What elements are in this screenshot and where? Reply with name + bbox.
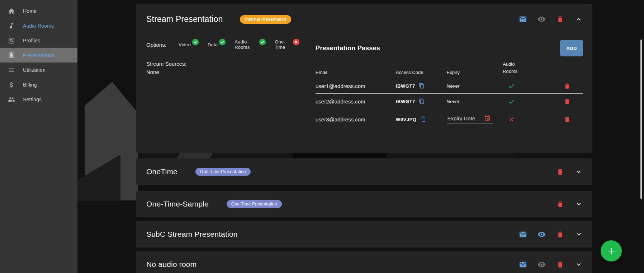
expiry-date-field bbox=[447, 115, 493, 124]
internal-presentation-badge: Internal Presentation bbox=[240, 15, 291, 24]
sidebar-item-label: Profiles bbox=[23, 38, 40, 43]
trash-icon[interactable] bbox=[556, 200, 564, 208]
music-note-icon bbox=[8, 22, 15, 29]
chevron-down-icon[interactable] bbox=[574, 260, 583, 269]
app-window: Home Audio Rooms Profiles Presen bbox=[0, 0, 644, 273]
row-actions bbox=[556, 200, 583, 208]
col-header-email: Email bbox=[316, 70, 396, 75]
main-content: Stream Presentation Internal Presentatio… bbox=[77, 0, 644, 273]
options-row: Options: Video Data bbox=[146, 39, 308, 50]
sidebar-item-utilization[interactable]: Utilization bbox=[0, 63, 77, 77]
trash-icon[interactable] bbox=[556, 15, 564, 24]
pass-expiry: Never bbox=[447, 83, 503, 89]
stream-sources-value: None bbox=[146, 68, 308, 77]
trash-icon[interactable] bbox=[563, 115, 572, 124]
table-row: user1@address.com IBWGT7 Never bbox=[316, 78, 583, 94]
one-time-presentation-badge: One-Time Presentation bbox=[195, 168, 251, 176]
background-graphic bbox=[177, 153, 213, 158]
x-icon bbox=[508, 116, 515, 122]
sidebar-item-label: Settings bbox=[23, 97, 42, 102]
sidebar-item-label: Audio Rooms bbox=[23, 23, 54, 29]
eye-icon[interactable] bbox=[537, 230, 546, 239]
pass-email: user3@address.com bbox=[316, 116, 396, 122]
mail-icon[interactable] bbox=[518, 230, 527, 239]
card-actions bbox=[518, 15, 583, 24]
presentation-row-onetime: OneTime One-Time Presentation bbox=[136, 158, 592, 185]
pass-access-code: IBWGT7 bbox=[396, 83, 415, 89]
passes-table: Email Access Code Expiry Audio Rooms use… bbox=[316, 61, 583, 129]
profile-search-icon bbox=[8, 37, 15, 44]
card-header: Stream Presentation Internal Presentatio… bbox=[136, 4, 592, 24]
sidebar-item-presentations[interactable]: Presentations bbox=[0, 48, 77, 63]
add-pass-button[interactable]: ADD bbox=[560, 40, 583, 56]
chevron-down-icon[interactable] bbox=[574, 230, 583, 239]
eye-icon[interactable] bbox=[537, 260, 546, 269]
sidebar-item-home[interactable]: Home bbox=[0, 4, 77, 18]
presentation-card-expanded: Stream Presentation Internal Presentatio… bbox=[136, 4, 592, 153]
eye-icon[interactable] bbox=[537, 15, 546, 24]
chevron-up-icon[interactable] bbox=[574, 15, 583, 24]
mail-icon[interactable] bbox=[518, 15, 527, 24]
stream-sources-label: Stream Sources: bbox=[146, 60, 308, 68]
home-icon bbox=[8, 8, 15, 15]
check-icon bbox=[508, 98, 515, 105]
sidebar: Home Audio Rooms Profiles Presen bbox=[0, 0, 77, 273]
pass-email: user1@address.com bbox=[316, 83, 396, 89]
pass-access-code: IBWGT7 bbox=[396, 99, 415, 104]
presentation-passes-panel: Presentation Passes ADD Email Access Cod… bbox=[308, 39, 583, 129]
presentation-title: No audio room bbox=[146, 260, 196, 269]
table-header-row: Email Access Code Expiry Audio Rooms bbox=[316, 61, 583, 78]
check-circle-icon bbox=[219, 38, 226, 46]
passes-header: Presentation Passes ADD bbox=[308, 40, 583, 56]
presentation-title: OneTime bbox=[146, 167, 177, 176]
presentation-row-one-time-sample: One-Time-Sample One-Time Presentation bbox=[136, 191, 592, 217]
presentation-row-subc: SubC Stream Presentation bbox=[136, 221, 592, 247]
people-icon bbox=[8, 96, 15, 103]
row-actions bbox=[518, 260, 583, 269]
copy-icon[interactable] bbox=[420, 116, 426, 122]
presentation-title: SubC Stream Presentation bbox=[146, 230, 238, 239]
copy-icon[interactable] bbox=[419, 98, 425, 104]
passes-title: Presentation Passes bbox=[316, 45, 380, 52]
check-circle-icon bbox=[192, 38, 199, 46]
expiry-date-input[interactable] bbox=[447, 115, 484, 122]
option-audio-rooms: Audio Rooms bbox=[235, 39, 266, 50]
sidebar-item-label: Billing bbox=[23, 82, 37, 88]
row-actions bbox=[556, 167, 583, 176]
vertical-scrollbar-thumb[interactable] bbox=[640, 40, 642, 199]
mail-icon[interactable] bbox=[518, 260, 527, 269]
calendar-icon[interactable] bbox=[484, 115, 491, 121]
sidebar-item-settings[interactable]: Settings bbox=[0, 92, 77, 107]
sidebar-item-label: Utilization bbox=[23, 67, 46, 73]
table-row: user2@address.com IBWGT7 Never bbox=[316, 94, 583, 109]
options-label: Options: bbox=[146, 42, 166, 48]
option-video: Video bbox=[179, 41, 199, 48]
stream-sources: Stream Sources: None bbox=[146, 60, 308, 76]
check-icon bbox=[508, 82, 515, 90]
col-header-audio-rooms: Audio Rooms bbox=[503, 61, 519, 75]
one-time-presentation-badge: One-Time Presentation bbox=[227, 200, 282, 208]
trash-icon[interactable] bbox=[563, 97, 572, 106]
copy-icon[interactable] bbox=[419, 83, 425, 89]
check-circle-icon bbox=[259, 38, 266, 46]
pass-expiry: Never bbox=[447, 99, 503, 104]
add-presentation-fab[interactable] bbox=[601, 240, 622, 262]
col-header-expiry: Expiry bbox=[447, 70, 503, 75]
background-graphic bbox=[291, 153, 388, 158]
presentation-row-no-audio-room: No audio room bbox=[136, 251, 592, 273]
chevron-down-icon[interactable] bbox=[574, 200, 583, 208]
sidebar-item-label: Presentations bbox=[23, 52, 55, 58]
paperclip-icon bbox=[8, 52, 15, 59]
trash-icon[interactable] bbox=[556, 167, 564, 176]
trash-icon[interactable] bbox=[556, 260, 564, 269]
sidebar-item-audio-rooms[interactable]: Audio Rooms bbox=[0, 18, 77, 33]
card-body: Options: Video Data bbox=[136, 39, 592, 129]
pass-access-code: W9VJPQ bbox=[396, 117, 417, 122]
sidebar-item-billing[interactable]: Billing bbox=[0, 77, 77, 92]
trash-icon[interactable] bbox=[563, 82, 572, 90]
x-circle-icon bbox=[293, 38, 300, 46]
trash-icon[interactable] bbox=[556, 230, 564, 239]
presentation-title: Stream Presentation bbox=[146, 14, 223, 24]
chevron-down-icon[interactable] bbox=[574, 167, 583, 176]
sidebar-item-profiles[interactable]: Profiles bbox=[0, 33, 77, 48]
